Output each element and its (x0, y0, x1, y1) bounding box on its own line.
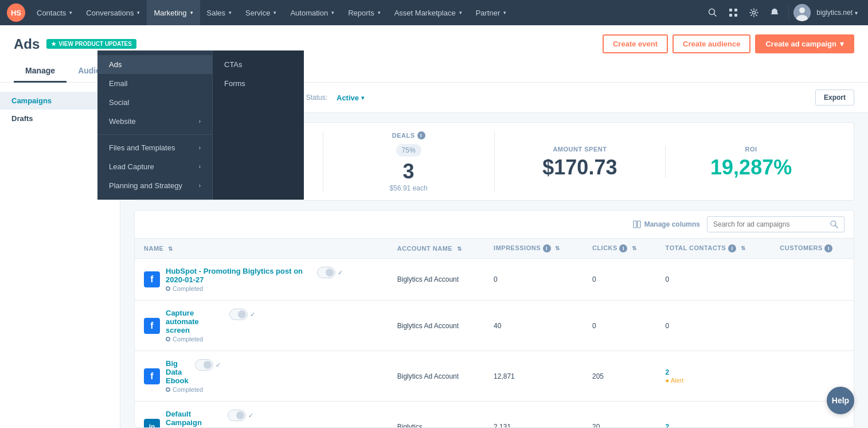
info-icon[interactable]: i (728, 244, 736, 252)
settings-icon[interactable] (745, 3, 763, 22)
table-row: f ✓ HubSpot - Promoting Biglytics post o… (135, 259, 854, 301)
status-label: Status: (306, 94, 327, 102)
nav-reports[interactable]: Reports ▾ (341, 0, 388, 25)
amount-spent-value: $170.73 (542, 157, 617, 178)
toggle-handle (204, 361, 212, 369)
stat-amount-spent: AMOUNT SPENT $170.73 (495, 146, 666, 178)
facebook-icon: f (144, 368, 160, 384)
notifications-icon[interactable] (765, 3, 784, 22)
campaign-toggle[interactable] (317, 267, 335, 278)
search-box (707, 216, 844, 232)
nav-contacts[interactable]: Contacts ▾ (30, 0, 79, 25)
nav-partner[interactable]: Partner ▾ (469, 0, 514, 25)
cell-impressions: 12,871 (484, 351, 583, 402)
toggle-check: ✓ (338, 269, 343, 277)
deals-value: 3 (403, 161, 415, 182)
info-icon[interactable]: i (417, 131, 425, 139)
campaign-info: ✓ Big Data Ebook Completed (166, 359, 221, 393)
table-body: f ✓ HubSpot - Promoting Biglytics post o… (135, 259, 854, 428)
search-input[interactable] (713, 220, 827, 228)
avatar[interactable] (793, 4, 811, 21)
status-dot (166, 337, 170, 341)
cell-impressions: 0 (484, 259, 583, 301)
info-icon[interactable]: i (619, 244, 627, 252)
info-icon[interactable]: i (543, 244, 551, 252)
campaign-toggle[interactable] (195, 359, 213, 371)
dropdown-item-planning-strategy[interactable]: Planning and Strategy › (97, 176, 212, 195)
cell-name: in ✓ Default Campaign Group Active (135, 402, 388, 428)
sort-icon: ⇅ (555, 245, 560, 251)
dropdown-item-ctas[interactable]: CTAs (213, 55, 304, 74)
nav-asset-marketplace[interactable]: Asset Marketplace ▾ (388, 0, 469, 25)
table-row: f ✓ Big Data Ebook Completed Bigly (135, 351, 854, 402)
cell-clicks: 0 (583, 259, 656, 301)
svg-rect-12 (634, 221, 636, 228)
create-campaign-button[interactable]: Create ad campaign ▾ (755, 34, 854, 53)
toggle-check: ✓ (216, 361, 221, 369)
nav-conversations[interactable]: Conversations ▾ (79, 0, 147, 25)
campaign-toggle[interactable] (228, 410, 246, 421)
dropdown-item-email[interactable]: Email (97, 74, 212, 93)
toggle-handle (326, 269, 334, 277)
col-customers[interactable]: CUSTOMERS i (771, 239, 854, 259)
campaign-name-cell: f ✓ Big Data Ebook Completed (144, 359, 379, 393)
export-button[interactable]: Export (815, 90, 854, 106)
campaign-link[interactable]: HubSpot - Promoting Biglytics post on 20… (166, 267, 343, 284)
col-clicks[interactable]: CLICKS i ⇅ (583, 239, 656, 259)
cell-name: f ✓ HubSpot - Promoting Biglytics post o… (135, 259, 388, 301)
campaign-info: ✓ Capture automate screen Completed (166, 309, 255, 343)
nav-automation[interactable]: Automation ▾ (283, 0, 341, 25)
chevron-down-icon: ▾ (229, 10, 232, 15)
status-text: Completed (173, 336, 203, 343)
nav-service[interactable]: Service ▾ (238, 0, 283, 25)
nav-marketing[interactable]: Marketing ▾ (147, 0, 200, 25)
cell-total-contacts: 0 (656, 301, 771, 351)
deals-badge: 75% (396, 144, 421, 157)
hubspot-logo[interactable]: HS (7, 3, 25, 22)
apps-icon[interactable] (724, 3, 742, 22)
dropdown-item-ads[interactable]: Ads (97, 55, 212, 74)
cell-customers (771, 259, 854, 301)
tab-manage[interactable]: Manage (14, 60, 67, 83)
nav-sales[interactable]: Sales ▾ (200, 0, 239, 25)
dropdown-item-website[interactable]: Website › (97, 112, 212, 131)
col-name[interactable]: NAME ⇅ (135, 239, 388, 259)
dropdown-col-main: Ads Email Social Website › Files and Tem… (97, 50, 212, 200)
col-account-name[interactable]: ACCOUNT NAME ⇅ (388, 239, 484, 259)
user-menu[interactable]: biglytics.net ▾ (813, 9, 861, 17)
dropdown-item-files-templates[interactable]: Files and Templates › (97, 138, 212, 157)
create-event-button[interactable]: Create event (603, 34, 668, 53)
svg-line-3 (714, 14, 717, 17)
col-total-contacts[interactable]: TOTAL CONTACTS i ⇅ (656, 239, 771, 259)
dropdown-item-forms[interactable]: Forms (213, 74, 304, 93)
sort-icon: ⇅ (168, 246, 173, 252)
sort-icon: ⇅ (632, 245, 637, 251)
product-update-badge[interactable]: ★ VIEW PRODUCT UPDATES (46, 39, 136, 49)
col-impressions[interactable]: IMPRESSIONS i ⇅ (484, 239, 583, 259)
stat-roi: ROI 19,287% (666, 146, 836, 178)
create-audience-button[interactable]: Create audience (672, 34, 750, 53)
roi-value: 19,287% (710, 157, 792, 178)
dropdown-item-social[interactable]: Social (97, 93, 212, 112)
chevron-down-icon: ▾ (361, 95, 364, 101)
table-header: NAME ⇅ ACCOUNT NAME ⇅ IMPRESSIONS i ⇅ (135, 239, 854, 259)
chevron-down-icon: ▾ (190, 10, 193, 15)
status-select[interactable]: Active ▾ (337, 94, 364, 102)
cell-name: f ✓ Big Data Ebook Completed (135, 351, 388, 402)
help-button[interactable]: Help (827, 387, 854, 414)
info-icon[interactable]: i (824, 244, 832, 252)
cell-clicks: 0 (583, 301, 656, 351)
topnav: HS Contacts ▾ Conversations ▾ Marketing … (0, 0, 868, 25)
manage-columns-button[interactable]: Manage columns (633, 220, 700, 228)
stat-deals: DEALS i 75% 3 $56.91 each (323, 131, 495, 192)
dropdown-item-lead-capture[interactable]: Lead Capture › (97, 157, 212, 176)
status-dot (166, 387, 170, 392)
campaign-toggle[interactable] (229, 309, 248, 320)
status-dot (166, 286, 170, 291)
cell-account: Biglytics Ad Account (388, 351, 484, 402)
search-icon (830, 220, 838, 228)
cell-total-contacts: 2● Alert (656, 351, 771, 402)
svg-rect-4 (729, 9, 732, 11)
search-icon[interactable] (703, 3, 722, 22)
table-toolbar: Manage columns (135, 211, 854, 239)
